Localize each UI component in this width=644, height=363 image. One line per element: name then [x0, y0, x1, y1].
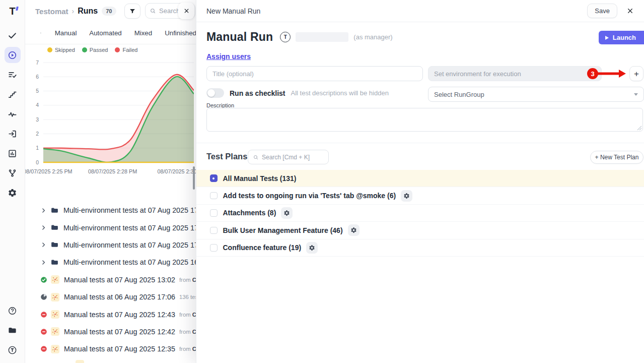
folder-icon [50, 240, 59, 249]
drawer-close-icon[interactable] [626, 7, 634, 15]
scrollbar-thumb[interactable] [193, 166, 195, 190]
run-label: Manual tests at 07 Aug 2025 13:02 [64, 276, 175, 284]
run-row[interactable]: Manual tests at 07 Aug 2025 12:35from Cu… [25, 340, 196, 357]
test-plan-row[interactable]: Add tests to ongoing run via 'Tests' tab… [196, 187, 644, 204]
environment-input[interactable] [428, 66, 602, 81]
breadcrumb-page: Runs [78, 7, 98, 16]
tab-unfinished[interactable]: Unfinished [165, 29, 196, 37]
run-row[interactable]: Manual tests at 06 Aug 2025 17:06136 tes… [25, 288, 196, 306]
bar-chart-icon [8, 149, 17, 158]
gear-icon [309, 245, 315, 251]
test-plan-settings-button[interactable] [401, 190, 412, 202]
rail-item-test-plans[interactable] [5, 67, 21, 83]
rail-item-branches[interactable] [5, 165, 21, 181]
logo-badge-icon [8, 345, 17, 355]
test-plan-checkbox[interactable] [210, 244, 218, 252]
run-label: Manual tests at 07 Aug 2025 12:42 [64, 328, 175, 336]
test-plan-settings-button[interactable] [348, 224, 360, 236]
manual-run-icon [51, 345, 59, 353]
test-plan-settings-button[interactable] [281, 207, 293, 219]
test-plan-checkbox[interactable] [210, 209, 218, 217]
run-row[interactable]: Multi-environment tests at 07 Aug 2025 1… [25, 236, 196, 254]
test-plan-checkbox[interactable] [210, 192, 218, 200]
rail-item-projects[interactable] [6, 323, 20, 337]
launch-button[interactable]: Launch [599, 31, 644, 44]
rail-item-help[interactable] [6, 304, 20, 318]
legend-item-passed: Passed [82, 47, 108, 53]
rail-item-profile[interactable] [6, 343, 20, 357]
checklist-row: Run as checklist All test descriptions w… [206, 88, 389, 98]
run-row[interactable]: Manual tests at 07 Aug 2025 12:42from Cu… [25, 323, 196, 340]
rail-item-import[interactable] [5, 126, 21, 142]
test-plan-settings-button[interactable] [306, 242, 318, 254]
folder-icon [50, 258, 59, 267]
test-plan-row[interactable]: Confluence feature (19) [196, 239, 644, 257]
test-plan-label: Bulk User Management Feature (46) [223, 226, 343, 234]
chevron-right-icon[interactable] [40, 241, 47, 248]
x-tick-label: 08/07/2025 2:28 PM [88, 168, 137, 174]
rail-bottom [6, 304, 20, 357]
run-meta: from Custom [179, 346, 196, 352]
filter-icon [129, 8, 136, 15]
run-title-input[interactable] [206, 66, 423, 81]
chevron-right-icon[interactable] [40, 224, 47, 231]
run-icon [8, 50, 17, 60]
breadcrumb-app[interactable]: Testomat [35, 7, 68, 16]
rail-item-milestones[interactable] [5, 86, 21, 102]
run-label: Manual tests at 07 Aug 2025 12:35 [64, 345, 175, 353]
icon-rail: T [0, 0, 25, 363]
app-logo[interactable]: T [9, 6, 15, 16]
run-row[interactable]: Manual tests at 07 Aug 2025 13:02from Cu… [25, 271, 196, 288]
drawer-topbar: New Manual Run Save [196, 0, 644, 22]
test-plans-search-input[interactable] [262, 154, 324, 161]
rail-item-runs[interactable] [5, 47, 21, 63]
run-label: Manual tests at 07 Aug 2025 12:43 [64, 311, 175, 319]
test-plan-row[interactable]: Bulk User Management Feature (46) [196, 222, 644, 239]
rungroup-select[interactable]: Select RunGroup [428, 87, 644, 102]
run-row[interactable]: Multi-environment tests at 07 Aug 2025 1… [25, 202, 196, 219]
chevron-right-icon[interactable] [40, 207, 47, 214]
run-label: Multi-environment tests at 07 Aug 2025 1… [63, 224, 196, 232]
filter-button[interactable] [124, 4, 140, 19]
branch-icon [8, 168, 17, 178]
checklist-toggle[interactable] [206, 88, 224, 98]
run-row[interactable]: Manual tests at 07 Aug 2025 12:43from Cu… [25, 306, 196, 323]
rail-item-pulse[interactable] [5, 106, 21, 122]
run-row[interactable]: Multi-environment tests at 07 Aug 2025 1… [25, 219, 196, 236]
rail-item-settings[interactable] [5, 185, 21, 201]
help-icon [8, 306, 17, 316]
tab-manual[interactable]: Manual [55, 29, 77, 37]
checklist-label: Run as checklist [230, 89, 285, 97]
rail-item-tests[interactable] [5, 27, 21, 43]
test-plan-row[interactable]: Attachments (8) [196, 205, 644, 222]
svg-text:6: 6 [36, 74, 39, 80]
svg-text:1: 1 [36, 145, 39, 151]
chevron-right-icon[interactable] [40, 259, 47, 266]
rail-top [5, 27, 21, 201]
save-button[interactable]: Save [587, 4, 617, 18]
owner-role: (as manager) [353, 33, 392, 41]
select-all-icon[interactable] [40, 29, 41, 37]
new-test-plan-button[interactable]: + New Test Plan [590, 151, 643, 164]
drawer-title: New Manual Run [206, 7, 260, 15]
search-clear-button[interactable] [178, 3, 194, 19]
tab-automated[interactable]: Automated [89, 29, 121, 37]
runs-topbar: Testomat › Runs 70 [25, 0, 196, 22]
search-icon [253, 154, 259, 160]
runs-panel: Testomat › Runs 70 ManualAutomatedMixedU… [25, 0, 196, 363]
step-badge: 3 [587, 68, 598, 79]
rail-item-analytics[interactable] [5, 145, 21, 161]
test-plan-row[interactable]: All Manual Tests (131) [196, 170, 644, 187]
run-row[interactable]: Multi-environment tests at 07 Aug 2025 1… [25, 254, 196, 271]
tab-mixed[interactable]: Mixed [134, 29, 152, 37]
assign-users-link[interactable]: Assign users [206, 52, 251, 60]
gear-icon [350, 227, 357, 233]
test-plan-checkbox[interactable] [210, 174, 218, 182]
test-plan-checkbox[interactable] [210, 227, 218, 234]
run-label: Manual tests at 06 Aug 2025 17:06 [64, 293, 175, 301]
run-label: Multi-environment tests at 07 Aug 2025 1… [63, 241, 196, 249]
description-textarea[interactable] [206, 108, 643, 132]
add-environment-button[interactable]: + [629, 66, 643, 81]
play-icon [605, 36, 609, 40]
test-plan-label: All Manual Tests (131) [223, 174, 297, 183]
